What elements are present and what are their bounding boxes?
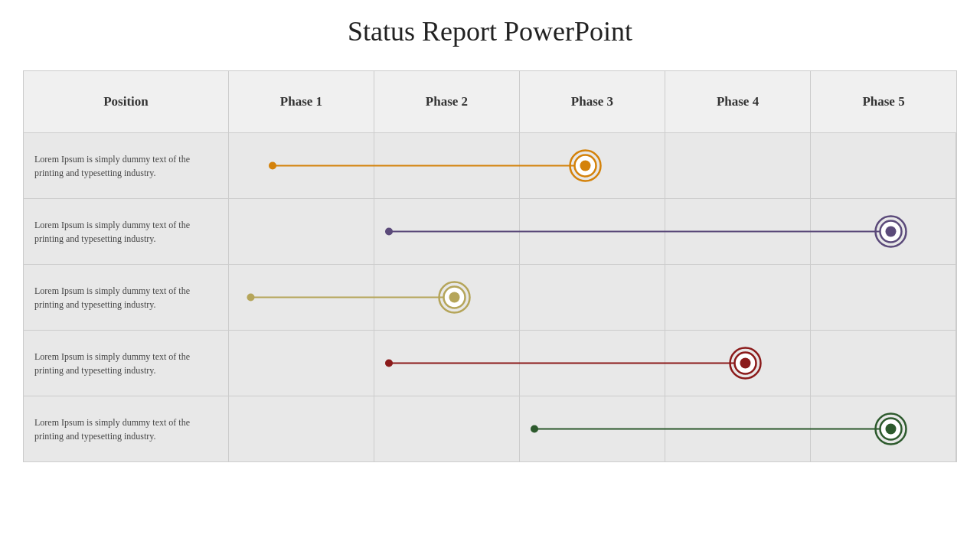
position-cell: Lorem Ipsum is simply dummy text of the …	[24, 331, 229, 396]
header-phase-2: Phase 2	[374, 71, 520, 132]
table-row: Lorem Ipsum is simply dummy text of the …	[24, 331, 956, 396]
position-cell: Lorem Ipsum is simply dummy text of the …	[24, 133, 229, 198]
page-title: Status Report PowerPoint	[348, 15, 632, 47]
gantt-columns	[229, 199, 956, 264]
gantt-columns	[229, 331, 956, 396]
position-cell: Lorem Ipsum is simply dummy text of the …	[24, 265, 229, 330]
gantt-table: Position Phase 1 Phase 2 Phase 3 Phase 4…	[23, 70, 957, 462]
table-row: Lorem Ipsum is simply dummy text of the …	[24, 133, 956, 199]
header-position: Position	[24, 71, 229, 132]
gantt-columns	[229, 396, 956, 461]
header-phase-1: Phase 1	[229, 71, 374, 132]
data-rows: Lorem Ipsum is simply dummy text of the …	[24, 133, 956, 461]
header-phase-3: Phase 3	[520, 71, 665, 132]
table-row: Lorem Ipsum is simply dummy text of the …	[24, 199, 956, 265]
gantt-columns	[229, 133, 956, 198]
header-phase-5: Phase 5	[811, 71, 956, 132]
header-phase-4: Phase 4	[665, 71, 811, 132]
position-cell: Lorem Ipsum is simply dummy text of the …	[24, 199, 229, 264]
table-row: Lorem Ipsum is simply dummy text of the …	[24, 396, 956, 461]
gantt-columns	[229, 265, 956, 330]
table-header-row: Position Phase 1 Phase 2 Phase 3 Phase 4…	[24, 71, 956, 133]
table-row: Lorem Ipsum is simply dummy text of the …	[24, 265, 956, 331]
position-cell: Lorem Ipsum is simply dummy text of the …	[24, 396, 229, 461]
